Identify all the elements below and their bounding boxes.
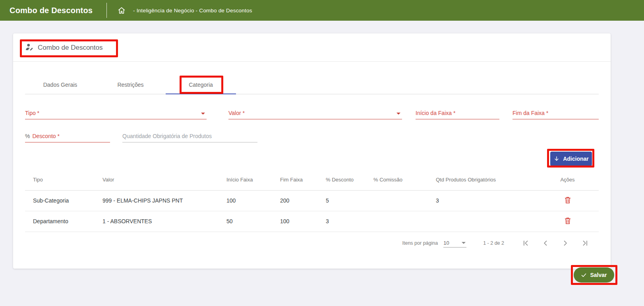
valor-select[interactable]: Valor * xyxy=(228,107,402,119)
tipo-label: Tipo * xyxy=(25,110,39,116)
dropdown-arrow-icon xyxy=(462,242,466,244)
table-header-row: Tipo Valor Início Faixa Fim Faixa % Desc… xyxy=(25,169,599,190)
dropdown-arrow-icon xyxy=(396,113,400,115)
delete-row-button[interactable] xyxy=(563,216,572,226)
inicio-faixa-label: Início da Faixa * xyxy=(416,110,455,116)
adicionar-label: Adicionar xyxy=(563,156,589,162)
valor-label: Valor * xyxy=(228,110,245,116)
page-size-select[interactable]: 10 xyxy=(443,239,466,248)
delete-row-button[interactable] xyxy=(563,196,572,206)
cell-qtd xyxy=(428,211,536,232)
items-per-page-label: Itens por página xyxy=(402,240,438,246)
categorias-table: Tipo Valor Início Faixa Fim Faixa % Desc… xyxy=(25,169,599,232)
card-title-wrap: Combo de Descontos xyxy=(25,42,102,53)
tab-restricoes-label: Restrições xyxy=(117,82,143,88)
salvar-button[interactable]: Salvar xyxy=(574,267,614,283)
tab-categoria-label: Categoria xyxy=(189,82,213,88)
first-page-button[interactable] xyxy=(521,238,530,248)
check-icon xyxy=(581,272,587,278)
home-icon[interactable] xyxy=(117,6,126,15)
tipo-select[interactable]: Tipo * xyxy=(25,107,207,119)
cell-inicio: 50 xyxy=(219,211,272,232)
dropdown-arrow-icon xyxy=(201,113,205,115)
adicionar-button[interactable]: Adicionar xyxy=(550,152,592,166)
topbar-divider xyxy=(106,3,107,18)
cell-comissao xyxy=(366,211,428,232)
chevron-left-icon xyxy=(542,239,549,247)
desconto-input[interactable]: % Desconto * xyxy=(25,131,110,142)
trash-icon xyxy=(565,197,571,204)
percent-prefix: % xyxy=(25,133,30,139)
tab-restricoes[interactable]: Restrições xyxy=(95,76,166,94)
last-page-icon xyxy=(581,239,589,247)
page-range-label: 1 - 2 de 2 xyxy=(483,240,504,246)
first-page-icon xyxy=(522,239,530,247)
tab-categoria[interactable]: Categoria xyxy=(166,76,236,94)
desconto-label: Desconto * xyxy=(32,133,59,139)
paginator: Itens por página 10 1 - 2 de 2 xyxy=(25,232,599,254)
cell-inicio: 100 xyxy=(219,190,272,211)
trash-icon xyxy=(565,217,571,224)
combo-descontos-card: Combo de Descontos Dados Gerais Restriçõ… xyxy=(13,33,611,269)
tab-dados-gerais[interactable]: Dados Gerais xyxy=(25,76,95,94)
active-tab-indicator xyxy=(166,94,236,94)
cell-comissao xyxy=(366,190,428,211)
col-header-fim-faixa: Fim Faixa xyxy=(272,169,318,190)
col-header-comissao: % Comissão xyxy=(366,169,428,190)
col-header-acoes: Ações xyxy=(536,169,599,190)
chevron-right-icon xyxy=(561,239,569,247)
card-title: Combo de Descontos xyxy=(38,44,102,52)
cell-qtd: 3 xyxy=(428,190,536,211)
col-header-desconto: % Desconto xyxy=(318,169,366,190)
breadcrumb: - Inteligência de Negócio - Combo de Des… xyxy=(133,8,252,14)
cell-tipo: Departamento xyxy=(25,211,95,232)
cell-desconto: 3 xyxy=(318,211,366,232)
table-row: Sub-Categoria 999 - ELMA-CHIPS JAPNS PNT… xyxy=(25,190,599,211)
next-page-button[interactable] xyxy=(561,238,570,248)
table-row: Departamento 1 - ABSORVENTES 50 100 3 xyxy=(25,211,599,232)
cell-fim: 200 xyxy=(272,190,318,211)
cell-tipo: Sub-Categoria xyxy=(25,190,95,211)
paginator-nav xyxy=(521,238,590,248)
tab-dados-gerais-label: Dados Gerais xyxy=(43,82,77,88)
person-edit-icon xyxy=(25,43,34,53)
arrow-down-icon xyxy=(553,156,560,162)
previous-page-button[interactable] xyxy=(541,238,550,248)
last-page-button[interactable] xyxy=(580,238,590,248)
cell-fim: 100 xyxy=(272,211,318,232)
cell-valor: 999 - ELMA-CHIPS JAPNS PNT xyxy=(95,190,219,211)
card-header-divider xyxy=(13,61,611,62)
quantidade-placeholder: Quantidade Obrigatória de Produtos xyxy=(122,133,212,139)
page-size-value: 10 xyxy=(443,240,449,246)
quantidade-obrigatoria-input[interactable]: Quantidade Obrigatória de Produtos xyxy=(122,131,257,142)
app-title: Combo de Descontos xyxy=(0,6,106,15)
salvar-label: Salvar xyxy=(590,272,607,278)
col-header-tipo: Tipo xyxy=(25,169,95,190)
col-header-valor: Valor xyxy=(95,169,219,190)
fim-faixa-label: Fim da Faixa * xyxy=(512,110,548,116)
col-header-inicio-faixa: Início Faixa xyxy=(219,169,272,190)
top-bar: Combo de Descontos - Inteligência de Neg… xyxy=(0,0,644,21)
col-header-qtd-produtos: Qtd Produtos Obrigatórios xyxy=(428,169,536,190)
cell-valor: 1 - ABSORVENTES xyxy=(95,211,219,232)
cell-desconto: 5 xyxy=(318,190,366,211)
inicio-faixa-input[interactable]: Início da Faixa * xyxy=(416,107,499,119)
fim-faixa-input[interactable]: Fim da Faixa * xyxy=(512,107,599,119)
tab-bar: Dados Gerais Restrições Categoria xyxy=(25,76,599,94)
